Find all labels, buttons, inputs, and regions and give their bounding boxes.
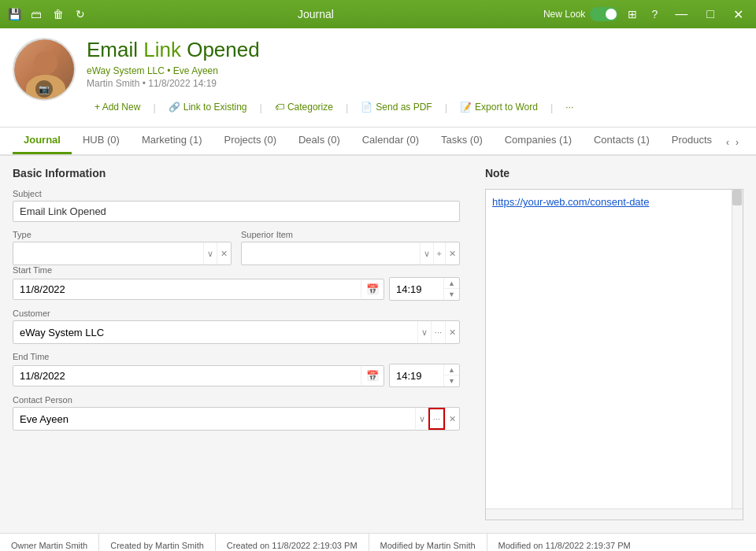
type-group: Type ∨ ✕ [13,230,232,265]
contact-input[interactable] [13,409,415,429]
superior-add-btn[interactable]: + [433,242,445,264]
record-meta: Martin Smith • 11/8/2022 14:19 [87,78,743,89]
save-all-icon[interactable]: 🗃 [28,6,44,22]
superior-clear-btn[interactable]: ✕ [445,242,459,264]
word-icon: 📝 [460,102,472,113]
start-time-down[interactable]: ▼ [444,289,459,300]
main-content: Basic Information Subject Type ∨ ✕ Super… [0,156,756,533]
end-time-input[interactable] [390,366,443,386]
separator-3: | [346,102,348,113]
tabs-bar: Journal HUB (0) Marketing (1) Projects (… [0,128,756,156]
tab-products[interactable]: Products [661,128,723,154]
company-link[interactable]: eWay System LLC [87,65,165,76]
contact-label: Contact Person [13,395,460,405]
add-new-button[interactable]: + Add New [87,98,148,116]
start-date-input[interactable] [13,279,361,299]
end-date-input[interactable] [13,366,361,386]
new-look-label: New Look [543,9,585,20]
customer-ellipsis-btn[interactable]: ··· [431,321,445,343]
tag-icon: 🏷 [275,102,284,113]
type-clear-btn[interactable]: ✕ [217,242,231,264]
type-label: Type [13,230,232,239]
superior-dropdown-btn[interactable]: ∨ [420,242,433,264]
start-time-field: ▲ ▼ [389,277,460,301]
minimize-button[interactable]: — [669,6,694,23]
subject-group: Subject [13,189,460,222]
contact-ellipsis-btn[interactable]: ··· [428,408,445,430]
contact-dropdown-btn[interactable]: ∨ [415,408,428,430]
start-date-calendar-icon[interactable]: 📅 [361,280,384,298]
customer-input[interactable] [13,323,417,342]
right-panel: Note https://your-web.com/consent-date [472,156,756,533]
tab-marketing[interactable]: Marketing (1) [131,128,213,154]
tab-calendar[interactable]: Calendar (0) [351,128,430,154]
end-time-up[interactable]: ▲ [444,364,459,375]
tab-contacts[interactable]: Contacts (1) [583,128,661,154]
type-input[interactable] [13,244,203,264]
subject-input[interactable] [13,201,460,222]
status-modified-on: Modified on 11/8/2022 2:19:37 PM [487,534,642,551]
tab-scroll-left[interactable]: ‹ [723,131,732,154]
app-title: Journal [298,8,334,20]
customer-clear-btn[interactable]: ✕ [445,321,459,343]
author-label: Martin Smith [87,78,139,89]
superior-label: Superior Item [241,230,460,239]
start-time-row: 📅 ▲ ▼ [13,277,460,301]
camera-icon[interactable]: 📷 [35,80,53,98]
tab-companies[interactable]: Companies (1) [494,128,583,154]
end-time-field: ▲ ▼ [389,364,460,387]
customer-label: Customer [13,309,460,318]
maximize-button[interactable]: □ [700,6,721,23]
tab-journal[interactable]: Journal [13,128,72,154]
subject-label: Subject [13,189,460,198]
note-link[interactable]: https://your-web.com/consent-date [486,190,743,214]
status-created-by: Created by Martin Smith [99,534,216,551]
toolbar: + Add New | 🔗 Link to Existing | 🏷 Categ… [87,95,743,119]
export-word-button[interactable]: 📝 Export to Word [452,98,546,116]
send-pdf-button[interactable]: 📄 Send as PDF [353,98,439,116]
start-time-spinners: ▲ ▼ [443,278,459,300]
note-title: Note [485,167,743,179]
superior-group: Superior Item ∨ + ✕ [241,230,460,265]
categorize-button[interactable]: 🏷 Categorize [267,98,341,116]
tab-deals[interactable]: Deals (0) [287,128,351,154]
tab-projects[interactable]: Projects (0) [213,128,287,154]
start-time-input[interactable] [390,279,443,299]
contact-field: ∨ ··· ✕ [13,407,460,431]
link-existing-button[interactable]: 🔗 Link to Existing [161,98,255,116]
refresh-icon[interactable]: ↻ [72,6,88,22]
tab-scroll-right[interactable]: › [732,131,742,154]
end-time-group: End Time 📅 ▲ ▼ [13,352,460,387]
customer-group: Customer ∨ ··· ✕ [13,309,460,344]
delete-icon[interactable]: 🗑 [50,6,66,22]
toggle-switch[interactable] [590,7,618,21]
scrollbar-thumb[interactable] [732,190,742,205]
header-top: 📷 Email Link Opened eWay System LLC • Ev… [13,38,743,119]
header-info: Email Link Opened eWay System LLC • Eve … [87,38,743,119]
start-time-group: Start Time 📅 ▲ ▼ [13,265,460,301]
left-panel: Basic Information Subject Type ∨ ✕ Super… [0,156,472,533]
end-time-down[interactable]: ▼ [444,375,459,386]
superior-input[interactable] [242,244,420,264]
new-look-toggle[interactable]: New Look [543,7,618,21]
contact-clear-btn[interactable]: ✕ [445,408,459,430]
status-owner: Owner Martin Smith [0,534,99,551]
start-time-label: Start Time [13,265,460,275]
contact-link[interactable]: Eve Ayeen [173,65,218,76]
customer-dropdown-btn[interactable]: ∨ [417,321,431,343]
grid-icon[interactable]: ⊞ [624,6,640,22]
more-button[interactable]: ··· [558,98,581,116]
close-button[interactable]: ✕ [727,6,750,24]
superior-field: ∨ + ✕ [241,242,460,265]
help-icon[interactable]: ? [647,6,662,22]
note-scrollbar[interactable] [732,190,743,520]
save-icon[interactable]: 💾 [6,6,22,22]
title-link-word: Link [143,38,181,61]
end-time-label: End Time [13,352,460,361]
end-date-calendar-icon[interactable]: 📅 [361,367,384,385]
tab-tasks[interactable]: Tasks (0) [430,128,494,154]
contact-group: Contact Person ∨ ··· ✕ [13,395,460,431]
tab-hub[interactable]: HUB (0) [72,128,131,154]
type-dropdown-btn[interactable]: ∨ [203,242,217,264]
start-time-up[interactable]: ▲ [444,278,459,289]
